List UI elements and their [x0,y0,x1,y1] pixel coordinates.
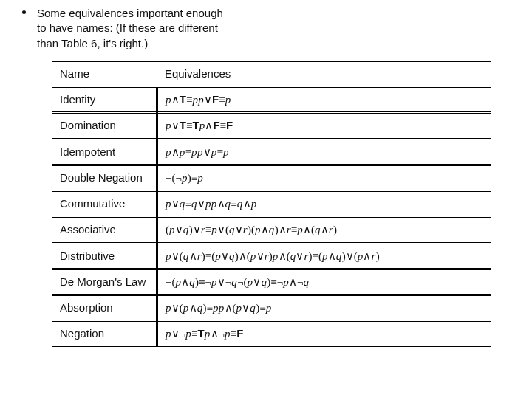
equivalence-formula: p∨¬p≡Tp∧¬p≡F [157,321,491,346]
table-row: Distributivep∨(q∧r)≡(p∨q)∧(p∨r)p∧(q∨r)≡(… [52,243,491,269]
table-row: Negationp∨¬p≡Tp∧¬p≡F [52,321,491,346]
page: Some equivalences important enough to ha… [0,0,532,362]
table-row: Dominationp∨T≡Tp∧F≡F [52,113,491,139]
equivalence-formula: p∨T≡Tp∧F≡F [157,113,491,139]
bullet-icon [22,10,26,14]
col-equivalences-header: Equivalences [157,61,491,86]
bullet-line: than Table 6, it's right.) [37,36,517,51]
equivalence-name: Absorption [52,295,157,321]
equivalence-name: Double Negation [52,165,157,190]
table-row: Identityp∧T≡pp∨F≡p [52,87,491,113]
equivalence-name: De Morgan's Law [52,269,157,295]
equivalence-name: Commutative [52,191,157,217]
equivalence-name: Idempotent [52,139,157,165]
table-body: Identityp∧T≡pp∨F≡pDominationp∨T≡Tp∧F≡FId… [52,87,491,347]
equivalences-table: Name Equivalences Identityp∧T≡pp∨F≡pDomi… [52,61,491,347]
equivalence-name: Associative [52,217,157,243]
equivalence-formula: p∨(p∧q)≡pp∧(p∨q)≡p [157,295,491,321]
equivalence-name: Negation [52,321,157,346]
equivalence-formula: ¬(p∧q)≡¬p∨¬q¬(p∨q)≡¬p∧¬q [157,269,491,295]
table-row: De Morgan's Law¬(p∧q)≡¬p∨¬q¬(p∨q)≡¬p∧¬q [52,269,491,295]
table-header-row: Name Equivalences [52,61,491,86]
equivalence-formula: ¬(¬p)≡p [157,165,491,190]
table-row: Associative(p∨q)∨r≡p∨(q∨r)(p∧q)∧r≡p∧(q∧r… [52,217,491,243]
bullet-line: Some equivalences important enough [37,6,517,21]
bullet-line: to have names: (If these are different [37,21,517,35]
equivalence-formula: p∧T≡pp∨F≡p [157,87,491,113]
table-row: Idempotentp∧p≡pp∨p≡p [52,139,491,165]
table-row: Commutativep∨q≡q∨pp∧q≡q∧p [52,191,491,217]
col-name-header: Name [52,61,157,86]
bullet-item: Some equivalences important enough to ha… [15,6,517,51]
equivalence-formula: p∧p≡pp∨p≡p [157,139,491,165]
equivalences-table-wrap: Name Equivalences Identityp∧T≡pp∨F≡pDomi… [52,61,517,347]
equivalence-name: Identity [52,87,157,113]
equivalence-formula: (p∨q)∨r≡p∨(q∨r)(p∧q)∧r≡p∧(q∧r) [157,217,491,243]
equivalence-formula: p∨(q∧r)≡(p∨q)∧(p∨r)p∧(q∨r)≡(p∧q)∨(p∧r) [157,243,491,269]
table-row: Double Negation¬(¬p)≡p [52,165,491,190]
equivalence-formula: p∨q≡q∨pp∧q≡q∧p [157,191,491,217]
table-row: Absorptionp∨(p∧q)≡pp∧(p∨q)≡p [52,295,491,321]
equivalence-name: Distributive [52,243,157,269]
equivalence-name: Domination [52,113,157,139]
